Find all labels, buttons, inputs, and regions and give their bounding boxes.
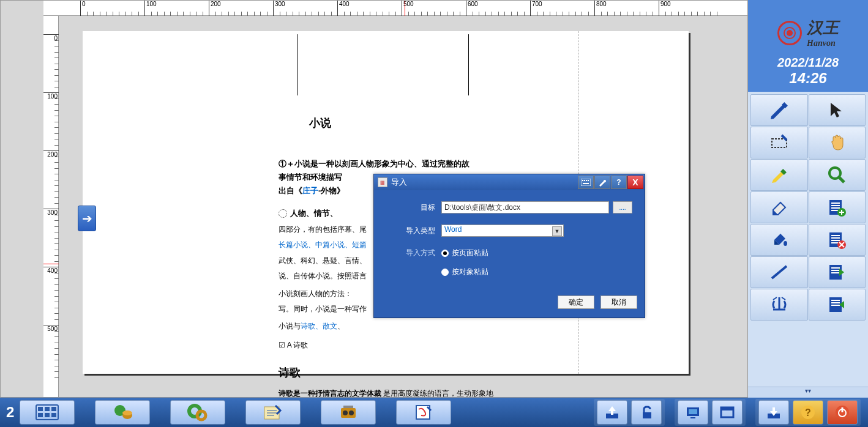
dialog-title: 导入 [391, 177, 578, 188]
target-label: 目标 [386, 202, 441, 213]
keyboard-icon[interactable] [578, 176, 594, 189]
circle-marker [279, 209, 287, 218]
right-panel: 汉王 Hanvon 2022/11/28 14:26 ▾▾ [748, 0, 868, 398]
radio-paste-by-page[interactable]: 按页面粘贴 [441, 248, 488, 258]
method-label: 导入方式 [392, 248, 441, 258]
tool-palette [748, 92, 868, 387]
svg-rect-43 [51, 407, 56, 411]
brand-name-cn: 汉王 [807, 17, 839, 39]
svg-line-11 [839, 177, 844, 182]
type-select[interactable]: Word [441, 225, 564, 237]
radio-icon [441, 250, 449, 257]
svg-rect-4 [588, 180, 589, 181]
svg-rect-0 [581, 179, 591, 186]
radio-paste-by-object[interactable]: 按对象粘贴 [441, 267, 488, 277]
expand-toolbar-button[interactable]: ▾▾ [748, 387, 868, 398]
media-button[interactable] [321, 400, 376, 425]
svg-point-20 [784, 241, 787, 246]
svg-rect-44 [38, 413, 43, 417]
thumbnail-view-button[interactable] [20, 400, 75, 425]
svg-point-6 [604, 180, 606, 182]
ruler-vertical: 0100200300400500 [43, 16, 59, 397]
line-tool[interactable] [750, 256, 808, 288]
heading-novel: 小说 [309, 114, 572, 133]
time-display: 14:26 [777, 70, 839, 87]
heading-poetry: 诗歌 [279, 363, 572, 382]
import-dialog: ▦ 导入 ? X 目标 .... 导入类型 Word 导入方式 按页面粘贴 按对… [373, 174, 645, 318]
radio-icon [441, 269, 449, 276]
eraser-tool[interactable] [750, 191, 808, 223]
svg-point-58 [349, 410, 354, 415]
brand-name-en: Hanvon [807, 39, 839, 48]
screen-capture-button[interactable] [678, 400, 708, 425]
svg-rect-41 [38, 407, 43, 411]
resource-button[interactable] [95, 400, 150, 425]
window-mode-button[interactable] [712, 400, 743, 425]
ok-button[interactable]: 确定 [558, 295, 594, 309]
cancel-button[interactable]: 取消 [600, 295, 637, 309]
svg-point-57 [343, 410, 348, 415]
unlock-button[interactable] [631, 400, 662, 425]
brand-area: 汉王 Hanvon 2022/11/28 14:26 [748, 0, 868, 92]
date-display: 2022/11/28 [777, 56, 839, 70]
svg-rect-8 [772, 139, 787, 147]
pen-tool[interactable] [750, 94, 808, 126]
svg-point-49 [122, 410, 132, 415]
new-page-tool[interactable] [809, 191, 866, 223]
svg-rect-42 [45, 407, 50, 411]
svg-rect-1 [582, 180, 583, 181]
svg-rect-65 [690, 417, 695, 418]
svg-text:?: ? [805, 407, 811, 418]
ruler-horizontal: 0100200300400500600700800900 [43, 1, 747, 16]
prev-page-tool[interactable] [809, 256, 866, 288]
svg-rect-67 [721, 407, 733, 410]
close-icon[interactable]: X [627, 176, 643, 189]
svg-rect-3 [586, 180, 587, 181]
upload-button[interactable] [597, 400, 627, 425]
dialog-app-icon: ▦ [378, 177, 387, 187]
body-text: ①＋小说是一种以刻画人物形象为中心、通过完整的故 [279, 157, 572, 171]
target-input[interactable] [441, 201, 609, 214]
whiteboard-button[interactable] [396, 400, 451, 425]
bottom-taskbar: 2 ? [0, 398, 868, 427]
page-number-display: 2 [6, 404, 14, 421]
svg-rect-62 [643, 412, 651, 418]
svg-line-29 [772, 266, 787, 278]
dialog-body: 目标 .... 导入类型 Word 导入方式 按页面粘贴 按对象粘贴 [374, 190, 645, 292]
type-label: 导入类型 [386, 226, 441, 236]
highlighter-tool[interactable] [750, 159, 808, 191]
pointer-tool[interactable] [809, 94, 866, 126]
fill-tool[interactable] [750, 224, 808, 256]
handwriting-icon[interactable] [594, 176, 610, 189]
zoom-tool[interactable] [809, 159, 866, 191]
body-text: 小说与诗歌、散文、 [279, 320, 572, 332]
browse-button[interactable]: .... [613, 201, 632, 214]
marquee-tool[interactable] [750, 127, 808, 158]
minimize-button[interactable] [758, 400, 789, 425]
svg-rect-59 [343, 406, 353, 408]
help-button[interactable]: ? [793, 400, 823, 425]
settings-button[interactable] [170, 400, 225, 425]
svg-rect-5 [583, 183, 589, 184]
next-page-tool[interactable] [809, 289, 866, 321]
note-button[interactable] [245, 400, 301, 425]
checkbox-item: ☑ A 诗歌 [279, 339, 572, 351]
svg-rect-2 [584, 180, 585, 181]
help-icon[interactable]: ? [611, 176, 627, 189]
delete-page-tool[interactable] [809, 224, 866, 256]
svg-point-51 [197, 411, 206, 420]
svg-rect-45 [45, 413, 50, 417]
brand-logo-icon [777, 21, 802, 45]
dialog-titlebar[interactable]: ▦ 导入 ? X [374, 174, 645, 190]
svg-point-10 [829, 168, 840, 179]
power-button[interactable] [827, 400, 858, 425]
hand-tool[interactable] [809, 127, 866, 158]
svg-rect-64 [689, 409, 697, 414]
svg-rect-46 [51, 413, 56, 417]
math-tool[interactable] [750, 289, 808, 321]
panel-toggle-handle[interactable]: ➔ [78, 206, 96, 231]
